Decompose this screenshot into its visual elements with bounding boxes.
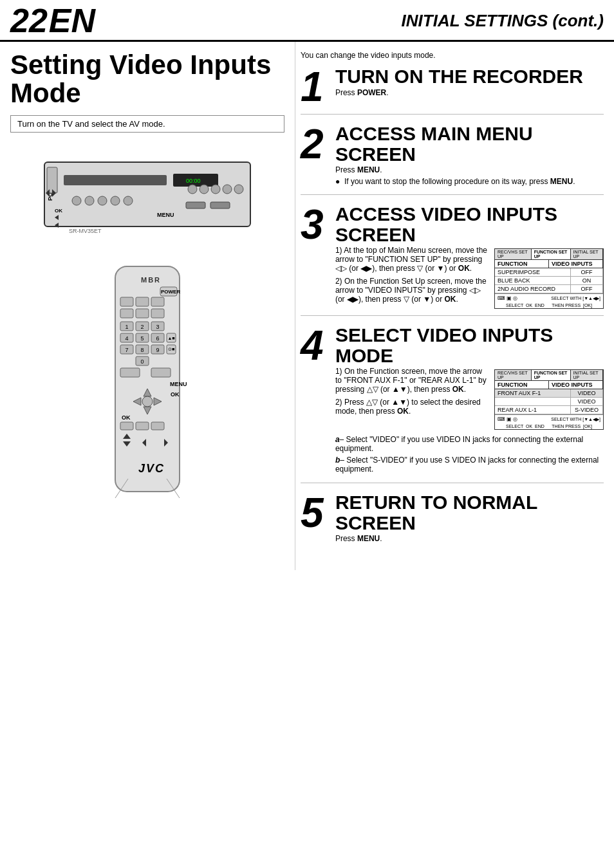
svg-point-8: [98, 196, 107, 205]
svg-point-6: [72, 196, 81, 205]
svg-text:9: 9: [156, 347, 159, 353]
svg-text:7: 7: [125, 347, 128, 353]
left-column: Setting Video Inputs Mode Turn on the TV…: [0, 42, 295, 570]
step-4-text: 1) On the Function screen, move the arro…: [335, 367, 489, 430]
svg-rect-70: [136, 422, 149, 430]
step-3-text: 1) At the top of Main Menu screen, move …: [335, 246, 489, 309]
svg-text:POWER: POWER: [161, 289, 180, 295]
step-3-content: ACCESS VIDEO INPUTS SCREEN 1) At the top…: [331, 204, 604, 309]
page-suffix: EN: [49, 4, 95, 37]
svg-rect-31: [151, 297, 164, 306]
svg-text:OK: OK: [55, 208, 62, 214]
step-2-number: 2: [301, 124, 331, 188]
step-4-section: 4 SELECT VIDEO INPUTS MODE 1) On the Fun…: [301, 325, 604, 483]
svg-text:0: 0: [140, 358, 144, 365]
svg-rect-17: [210, 202, 230, 208]
step-3-cols: 1) At the top of Main Menu screen, move …: [335, 246, 604, 309]
svg-text:OK: OK: [171, 391, 180, 398]
header-title: INITIAL SETTINGS (cont.): [402, 11, 604, 31]
alpha-item-a: a– Select "VIDEO" if you use VIDEO IN ja…: [335, 435, 604, 453]
step-1-content: TURN ON THE RECORDER Press POWER.: [331, 66, 604, 107]
svg-rect-33: [136, 309, 149, 318]
step-3-heading: ACCESS VIDEO INPUTS SCREEN: [335, 204, 604, 245]
svg-rect-59: [120, 368, 140, 377]
step-5-heading: RETURN TO NORMAL SCREEN: [335, 492, 604, 533]
step-4-number: 4: [301, 325, 331, 476]
step-5-bold: MENU: [357, 534, 380, 543]
svg-point-14: [223, 185, 232, 194]
svg-rect-32: [120, 309, 133, 318]
svg-point-13: [211, 185, 220, 194]
step-4-alpha-list: a– Select "VIDEO" if you use VIDEO IN ja…: [335, 435, 604, 474]
step-2-bold: MENU: [357, 165, 380, 174]
step-5-content: RETURN TO NORMAL SCREEN Press MENU.: [331, 492, 604, 546]
main-layout: Setting Video Inputs Mode Turn on the TV…: [0, 42, 614, 570]
svg-point-10: [124, 196, 133, 205]
svg-text:4: 4: [125, 335, 128, 342]
step-4-screen: REC/VHS SET UP FUNCTION SET UP INITIAL S…: [494, 367, 604, 430]
svg-point-67: [142, 396, 153, 407]
page-header: 22 EN INITIAL SETTINGS (cont.): [0, 0, 614, 42]
svg-text:MENU: MENU: [170, 381, 187, 387]
step-1-section: 1 TURN ON THE RECORDER Press POWER.: [301, 66, 604, 115]
alpha-item-b: b– Select "S-VIDEO" if you use S VIDEO I…: [335, 456, 604, 474]
step-3-section: 3 ACCESS VIDEO INPUTS SCREEN 1) At the t…: [301, 204, 604, 316]
svg-point-7: [85, 196, 94, 205]
step-1-subtext: Press POWER.: [335, 88, 604, 97]
step-2-content: ACCESS MAIN MENU SCREEN Press MENU. If y…: [331, 124, 604, 188]
svg-text:5: 5: [140, 335, 144, 342]
device-image-area: POWER 00:00: [10, 143, 284, 506]
intro-text: You can change the video inputs mode.: [301, 51, 604, 60]
step-2-section: 2 ACCESS MAIN MENU SCREEN Press MENU. If…: [301, 124, 604, 195]
svg-rect-0: [44, 162, 250, 226]
svg-text:1: 1: [125, 324, 128, 330]
step-3-number: 3: [301, 204, 331, 309]
svg-rect-69: [120, 422, 133, 430]
svg-text:MBR: MBR: [141, 276, 161, 284]
remote-illustration: MBR POWER 1 2: [83, 260, 212, 506]
svg-text:3: 3: [156, 324, 159, 330]
vcr-illustration: POWER 00:00: [38, 143, 257, 245]
svg-text:OK: OK: [122, 414, 131, 421]
svg-rect-34: [151, 309, 164, 318]
right-column: You can change the video inputs mode. 1 …: [295, 42, 614, 570]
svg-text:▲■: ▲■: [167, 336, 174, 340]
svg-point-15: [234, 185, 243, 194]
step-2-heading: ACCESS MAIN MENU SCREEN: [335, 124, 604, 164]
svg-rect-16: [186, 202, 205, 208]
svg-point-11: [188, 185, 197, 194]
svg-text:6: 6: [156, 335, 159, 342]
step-5-section: 5 RETURN TO NORMAL SCREEN Press MENU.: [301, 492, 604, 552]
svg-text:MENU: MENU: [157, 212, 174, 218]
svg-rect-29: [120, 297, 133, 306]
step-4-heading: SELECT VIDEO INPUTS MODE: [335, 325, 604, 365]
step-1-heading: TURN ON THE RECORDER: [335, 66, 604, 87]
svg-point-12: [200, 185, 209, 194]
step-5-subtext: Press MENU.: [335, 534, 604, 543]
svg-rect-3: [64, 175, 167, 185]
step-4-cols: 1) On the Function screen, move the arro…: [335, 367, 604, 430]
svg-text:⊙■: ⊙■: [168, 347, 174, 351]
svg-text:2: 2: [140, 324, 144, 330]
step-4-content: SELECT VIDEO INPUTS MODE 1) On the Funct…: [331, 325, 604, 476]
svg-text:00:00: 00:00: [186, 178, 201, 184]
svg-rect-71: [151, 422, 164, 430]
step-2-note: If you want to stop the following proced…: [344, 177, 604, 186]
svg-text:JVC: JVC: [138, 462, 165, 475]
page-number: 22: [10, 4, 48, 37]
svg-rect-60: [151, 368, 171, 377]
step-1-number: 1: [301, 66, 331, 107]
svg-rect-30: [136, 297, 149, 306]
step-3-screen: REC/VHS SET UP FUNCTION SET UP INITIAL S…: [494, 246, 604, 309]
step-2-subtext: Press MENU.: [335, 165, 604, 174]
page-section-title: Setting Video Inputs Mode: [10, 51, 284, 107]
svg-text:SR-MV35ET: SR-MV35ET: [69, 228, 102, 234]
step-5-number: 5: [301, 492, 331, 546]
svg-point-9: [111, 196, 120, 205]
svg-text:8: 8: [140, 347, 144, 353]
subtitle-box: Turn on the TV and select the AV mode.: [10, 115, 284, 133]
step-1-bold: POWER: [357, 88, 386, 97]
